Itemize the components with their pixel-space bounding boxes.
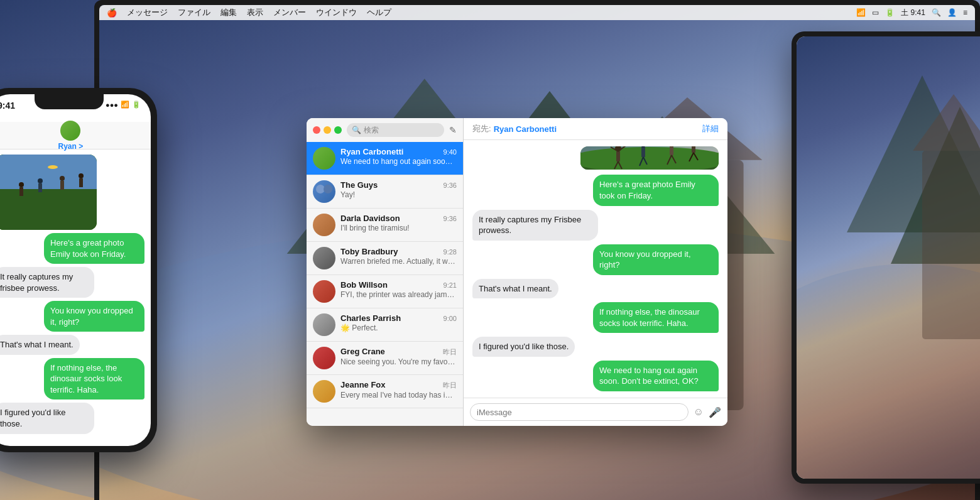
menu-view[interactable]: 表示 (247, 7, 263, 18)
conv-content-darla: Darla Davidson 9:36 I'll bring the tiram… (340, 214, 457, 232)
chat-to-label: 宛先: (472, 123, 491, 134)
msg-sent-socks: If nothing else, the dinosaur socks look… (593, 302, 719, 333)
conv-content-charles: Charles Parrish 9:00 🌟 Perfect. (340, 313, 457, 332)
chat-messages: Here's a great photo Emily took on Frida… (464, 140, 727, 398)
avatar-jeanne (313, 380, 335, 403)
conv-item-darla[interactable]: Darla Davidson 9:36 I'll bring the tiram… (307, 209, 463, 242)
svg-rect-44 (0, 189, 97, 230)
ipad-frame (792, 31, 980, 484)
avatar-greg (313, 347, 335, 369)
conv-preview-greg: Nice seeing you. You're my favorite pers… (340, 357, 457, 366)
iphone-notch (35, 94, 104, 109)
iphone-nav: ‹ Ryan > (0, 122, 151, 149)
avatar-ryan (313, 147, 335, 170)
avatar-toby (313, 247, 335, 269)
chat-area: 宛先: Ryan Carbonetti 詳細 (464, 118, 727, 426)
menu-edit[interactable]: 編集 (220, 7, 237, 18)
conv-content-guys: The Guys 9:36 Yay! (340, 180, 457, 199)
svg-point-12 (316, 185, 325, 193)
menu-messages[interactable]: メッセージ (127, 7, 168, 18)
search-icon: 🔍 (352, 126, 361, 134)
conv-item-greg[interactable]: Greg Crane 昨日 Nice seeing you. You're my… (307, 342, 463, 375)
conv-content-ryan: Ryan Carbonetti 9:40 We need to hang out… (340, 147, 457, 166)
conv-content-toby: Toby Bradbury 9:28 Warren briefed me. Ac… (340, 247, 457, 266)
svg-rect-46 (19, 187, 23, 196)
conv-item-charles[interactable]: Charles Parrish 9:00 🌟 Perfect. (307, 308, 463, 342)
conv-name-guys: The Guys (340, 180, 378, 190)
iphone-battery-icon: 🔋 (132, 101, 141, 109)
maximize-button[interactable] (334, 126, 342, 134)
chat-contact-name[interactable]: Ryan Carbonetti (494, 124, 557, 134)
iphone-msg-received-1: It really captures my frisbee prowess. (0, 267, 94, 298)
wifi-icon: 📶 (856, 8, 866, 17)
svg-rect-18 (616, 151, 620, 161)
menu-extra-icon[interactable]: ≡ (963, 8, 967, 17)
menubar-time: 土 9:41 (901, 8, 925, 18)
traffic-lights (313, 126, 342, 134)
search-placeholder: 検索 (364, 125, 379, 136)
compose-button[interactable]: ✎ (449, 125, 457, 135)
chat-input-area: ☺ 🎤 (464, 398, 727, 426)
svg-rect-24 (641, 147, 645, 157)
search-menu-icon[interactable]: 🔍 (932, 8, 941, 17)
frisbee-photo-mac (580, 146, 719, 170)
conv-name-charles: Charles Parrish (340, 313, 401, 323)
menu-help[interactable]: ヘルプ (367, 7, 391, 18)
menu-members[interactable]: メンバー (273, 7, 306, 18)
msg-received-meant: That's what I meant. (472, 279, 558, 299)
conv-preview-guys: Yay! (340, 190, 457, 199)
ipad-screen (797, 36, 980, 479)
conv-time-guys: 9:36 (444, 182, 457, 189)
apple-menu[interactable]: 🍎 (107, 8, 117, 18)
msg-sent-dropped: You know you dropped it, right? (593, 244, 719, 275)
conv-content-bob: Bob Willson 9:21 FYI, the printer was al… (340, 280, 457, 299)
iphone-contact-avatar (60, 121, 80, 141)
close-button[interactable] (313, 126, 320, 134)
audio-icon[interactable]: 🎤 (709, 406, 721, 418)
iphone-wifi-icon: 📶 (121, 101, 129, 109)
iphone-msg-received-3: I figured you'd like those. (0, 403, 94, 433)
msg-sent-photo-caption: Here's a great photo Emily took on Frida… (593, 175, 719, 205)
avatar-darla (313, 214, 335, 236)
conversation-list: Ryan Carbonetti 9:40 We need to hang out… (307, 142, 463, 426)
svg-rect-50 (60, 181, 64, 190)
conv-content-greg: Greg Crane 昨日 Nice seeing you. You're my… (340, 347, 457, 366)
svg-rect-30 (670, 146, 673, 155)
sidebar: 🔍 検索 ✎ Ryan Carbonetti 9:40 (307, 118, 464, 426)
svg-rect-48 (38, 183, 42, 192)
chat-header: 宛先: Ryan Carbonetti 詳細 (464, 118, 727, 140)
user-icon[interactable]: 👤 (947, 8, 957, 17)
svg-rect-36 (692, 146, 695, 153)
iphone-frisbee-photo (0, 155, 97, 230)
avatar-bob (313, 280, 335, 303)
iphone-status-right: ●●● 📶 🔋 (106, 101, 141, 109)
search-bar[interactable]: 🔍 検索 (347, 123, 444, 137)
msg-sent-hangout: We need to hang out again soon. Don't be… (593, 361, 719, 391)
conv-preview-darla: I'll bring the tiramisu! (340, 224, 457, 232)
menu-file[interactable]: ファイル (178, 7, 210, 18)
conv-preview-charles: 🌟 Perfect. (340, 323, 457, 332)
sidebar-header: 🔍 検索 ✎ (307, 118, 463, 142)
iphone-contact[interactable]: Ryan > (58, 121, 83, 151)
conv-name-greg: Greg Crane (340, 347, 385, 356)
menu-window[interactable]: ウインドウ (316, 7, 357, 18)
svg-point-16 (580, 147, 719, 170)
conv-item-guys[interactable]: The Guys 9:36 Yay! (307, 175, 463, 209)
conv-item-jeanne[interactable]: Jeanne Fox 昨日 Every meal I've had today … (307, 375, 463, 408)
conv-item-toby[interactable]: Toby Bradbury 9:28 Warren briefed me. Ac… (307, 242, 463, 275)
conv-item-bob[interactable]: Bob Willson 9:21 FYI, the printer was al… (307, 275, 463, 308)
conv-name-jeanne: Jeanne Fox (340, 380, 386, 389)
msg-received-figured: I figured you'd like those. (472, 337, 575, 357)
emoji-icon[interactable]: ☺ (694, 406, 704, 418)
svg-point-49 (60, 176, 65, 181)
chat-detail-button[interactable]: 詳細 (702, 123, 719, 134)
airplay-icon: ▭ (872, 8, 879, 17)
imessage-input[interactable] (470, 403, 689, 421)
ipad-screen-bg (797, 36, 980, 479)
minimize-button[interactable] (324, 126, 331, 134)
iphone-signal-icon: ●●● (106, 101, 118, 109)
svg-rect-52 (79, 178, 83, 187)
menubar-left: 🍎 メッセージ ファイル 編集 表示 メンバー ウインドウ ヘルプ (107, 7, 391, 18)
conv-item-ryan[interactable]: Ryan Carbonetti 9:40 We need to hang out… (307, 142, 463, 175)
svg-rect-57 (922, 151, 980, 339)
